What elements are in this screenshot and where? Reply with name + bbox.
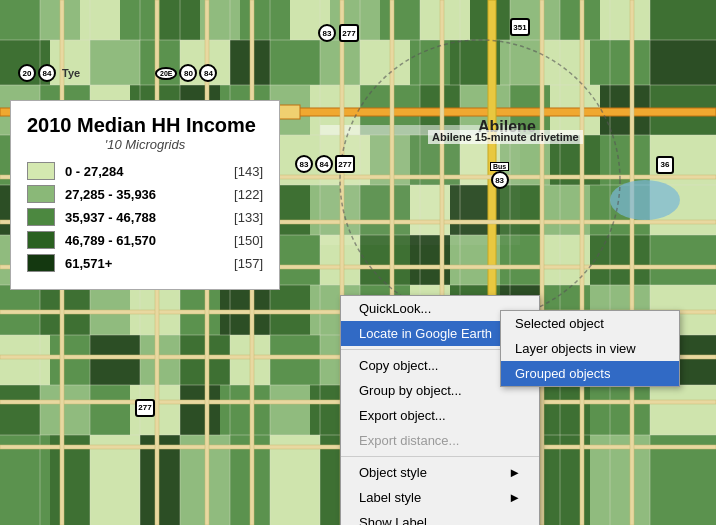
submenu-item-grouped[interactable]: Grouped objects [501,361,679,386]
menu-item-export[interactable]: Export object... [341,403,539,428]
legend-label-2: 35,937 - 46,788 [65,210,234,225]
route-badge-bus83: 83 [491,171,509,189]
route-badge-83-mid: 83 [295,155,313,173]
svg-rect-86 [360,235,410,285]
drivetime-label: Abilene 15-minute drivetime [428,130,583,144]
legend-row-2: 35,937 - 46,788 [133] [27,208,263,226]
legend-box: 2010 Median HH Income '10 Microgrids 0 -… [10,100,280,290]
route-badge-20: 20 [18,64,36,82]
tye-label: Tye [62,67,80,79]
legend-label-0: 0 - 27,284 [65,164,234,179]
legend-label-1: 27,285 - 35,936 [65,187,234,202]
svg-point-196 [610,180,680,220]
svg-rect-15 [600,0,650,40]
legend-count-1: [122] [234,187,263,202]
menu-item-show-label[interactable]: Show Label [341,510,539,525]
svg-rect-137 [650,385,716,435]
route-badge-83-top: 83 [318,24,336,42]
svg-rect-123 [0,385,40,435]
menu-divider-2 [341,456,539,457]
legend-color-3 [27,231,55,249]
route-badge-277-south: 277 [135,399,155,417]
svg-rect-108 [0,335,50,385]
legend-row-0: 0 - 27,284 [143] [27,162,263,180]
legend-count-0: [143] [234,164,263,179]
svg-rect-16 [650,0,716,40]
svg-rect-109 [50,335,90,385]
route-badge-20e: 20E [155,67,177,80]
legend-color-1 [27,185,55,203]
submenu-item-layer[interactable]: Layer objects in view [501,336,679,361]
route-badge-84-mid: 84 [315,155,333,173]
svg-rect-195 [630,0,634,525]
svg-rect-111 [140,335,180,385]
svg-rect-3 [80,0,120,40]
legend-subtitle: '10 Microgrids [27,137,263,152]
route-badge-80: 80 [179,64,197,82]
svg-rect-25 [360,40,410,85]
legend-color-0 [27,162,55,180]
svg-rect-193 [540,0,544,525]
route-badge-36: 36 [656,156,674,174]
menu-item-export-dist[interactable]: Export distance... [341,428,539,453]
legend-color-4 [27,254,55,272]
legend-label-3: 46,789 - 61,570 [65,233,234,248]
legend-title: 2010 Median HH Income [27,113,263,137]
svg-rect-125 [90,385,130,435]
route-badge-84b: 84 [199,64,217,82]
svg-rect-70 [310,185,360,235]
legend-row-3: 46,789 - 61,570 [150] [27,231,263,249]
svg-rect-74 [500,185,540,235]
route-badge-351: 351 [510,18,530,36]
svg-rect-1 [0,0,40,40]
menu-item-label-style[interactable]: Label style ► [341,485,539,510]
submenu-item-selected[interactable]: Selected object [501,311,679,336]
svg-rect-129 [270,385,310,435]
legend-count-4: [157] [234,256,263,271]
legend-row-1: 27,285 - 35,936 [122] [27,185,263,203]
svg-rect-194 [580,0,584,525]
submenu-locate: Selected object Layer objects in view Gr… [500,310,680,387]
svg-rect-110 [90,335,140,385]
svg-rect-114 [270,335,320,385]
route-badge-277-mid: 277 [335,155,355,173]
svg-rect-124 [40,385,90,435]
legend-count-2: [133] [234,210,263,225]
svg-rect-89 [500,235,540,285]
legend-color-2 [27,208,55,226]
svg-rect-23 [270,40,320,85]
svg-rect-19 [90,40,140,85]
route-badge-277-top: 277 [339,24,359,42]
svg-rect-92 [650,235,716,285]
svg-rect-128 [220,385,270,435]
svg-rect-10 [380,0,420,40]
legend-label-4: 61,571+ [65,256,234,271]
route-badge-84: 84 [38,64,56,82]
legend-row-4: 61,571+ [157] [27,254,263,272]
svg-rect-30 [590,40,650,85]
svg-rect-91 [590,235,650,285]
svg-rect-71 [360,185,410,235]
svg-rect-136 [590,385,650,435]
svg-rect-28 [500,40,540,85]
svg-rect-127 [180,385,220,435]
legend-count-3: [150] [234,233,263,248]
svg-rect-11 [420,0,470,40]
svg-rect-31 [650,40,716,85]
menu-item-object-style[interactable]: Object style ► [341,460,539,485]
svg-rect-7 [240,0,290,40]
